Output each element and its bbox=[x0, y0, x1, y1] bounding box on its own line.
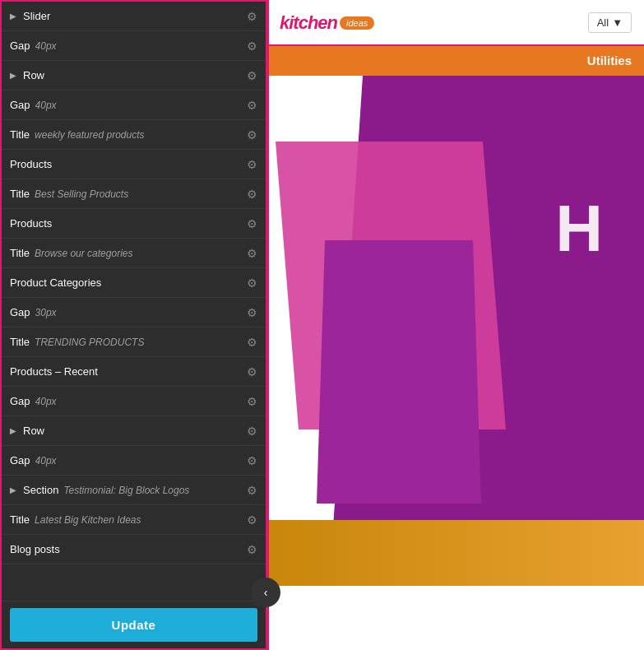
gear-icon[interactable]: ⚙ bbox=[247, 247, 257, 260]
gear-icon[interactable]: ⚙ bbox=[247, 306, 257, 319]
gear-icon[interactable]: ⚙ bbox=[247, 395, 257, 408]
gear-icon[interactable]: ⚙ bbox=[247, 99, 257, 112]
panel-item-gap1[interactable]: Gap40px⚙ bbox=[2, 31, 266, 61]
item-label-products1: Products bbox=[10, 158, 52, 170]
item-label-blog-posts: Blog posts bbox=[10, 543, 60, 555]
utilities-label: Utilities bbox=[587, 53, 632, 67]
item-label-title3: Title bbox=[10, 247, 30, 259]
item-sublabel-title4: TRENDING PRODUCTS bbox=[35, 337, 144, 348]
shape-purple-mid bbox=[317, 240, 481, 504]
panel-item-blog-posts[interactable]: Blog posts⚙ bbox=[2, 535, 266, 564]
item-sublabel-gap2: 40px bbox=[35, 100, 57, 111]
gear-icon[interactable]: ⚙ bbox=[247, 513, 257, 527]
item-label-gap5: Gap bbox=[10, 454, 30, 467]
chevron-down-icon: ▼ bbox=[612, 16, 623, 29]
panel-item-section1[interactable]: ▶SectionTestimonial: Big Block Logos⚙ bbox=[2, 476, 266, 505]
panel-item-products1[interactable]: Products⚙ bbox=[2, 150, 266, 179]
panel-item-row2[interactable]: ▶Row⚙ bbox=[2, 416, 266, 446]
utilities-bar: Utilities bbox=[267, 45, 644, 76]
expand-arrow-icon: ▶ bbox=[10, 485, 16, 494]
pink-horizontal-line bbox=[267, 44, 644, 46]
item-label-row1: Row bbox=[23, 69, 44, 81]
panel-item-title5[interactable]: TitleLatest Big Kitchen Ideas⚙ bbox=[2, 505, 266, 535]
expand-arrow-icon: ▶ bbox=[10, 12, 16, 21]
update-btn-area: Update bbox=[2, 601, 266, 648]
expand-arrow-icon: ▶ bbox=[10, 71, 16, 80]
item-label-products-recent: Products – Recent bbox=[10, 365, 98, 378]
update-button[interactable]: Update bbox=[10, 608, 257, 642]
gear-icon[interactable]: ⚙ bbox=[247, 336, 257, 349]
panel-item-row1[interactable]: ▶Row⚙ bbox=[2, 61, 266, 91]
panel-item-title4[interactable]: TitleTRENDING PRODUCTS⚙ bbox=[2, 327, 266, 357]
white-letter-h: H bbox=[555, 191, 603, 267]
panel-item-gap4[interactable]: Gap40px⚙ bbox=[2, 387, 266, 416]
panel-item-slider[interactable]: ▶Slider⚙ bbox=[2, 2, 266, 31]
panel-item-gap3[interactable]: Gap30px⚙ bbox=[2, 298, 266, 327]
panel-item-products-recent[interactable]: Products – Recent⚙ bbox=[2, 357, 266, 387]
gear-icon[interactable]: ⚙ bbox=[247, 484, 257, 497]
gear-icon[interactable]: ⚙ bbox=[247, 69, 257, 82]
gear-icon[interactable]: ⚙ bbox=[247, 365, 257, 378]
pink-vertical-line bbox=[267, 0, 269, 650]
right-panel-preview: kitchen ideas All ▼ Utilities H bbox=[267, 0, 644, 650]
item-sublabel-title3: Browse our categories bbox=[35, 248, 132, 259]
preview-header: kitchen ideas All ▼ bbox=[267, 0, 644, 45]
gear-icon[interactable]: ⚙ bbox=[247, 39, 257, 53]
gear-icon[interactable]: ⚙ bbox=[247, 276, 257, 290]
logo-badge: ideas bbox=[340, 16, 374, 30]
all-dropdown[interactable]: All ▼ bbox=[588, 12, 632, 33]
item-sublabel-section1: Testimonial: Big Block Logos bbox=[63, 485, 189, 496]
panel-item-gap5[interactable]: Gap40px⚙ bbox=[2, 446, 266, 476]
item-label-gap1: Gap bbox=[10, 39, 30, 52]
gear-icon[interactable]: ⚙ bbox=[247, 10, 257, 23]
collapse-panel-button[interactable]: ‹ bbox=[251, 578, 280, 607]
item-label-row2: Row bbox=[23, 425, 44, 437]
item-label-title2: Title bbox=[10, 188, 30, 200]
item-label-title4: Title bbox=[10, 336, 30, 348]
gear-icon[interactable]: ⚙ bbox=[247, 217, 257, 230]
item-label-title5: Title bbox=[10, 513, 30, 526]
item-label-slider: Slider bbox=[23, 10, 50, 22]
panel-item-product-categories[interactable]: Product Categories⚙ bbox=[2, 268, 266, 298]
panel-item-title3[interactable]: TitleBrowse our categories⚙ bbox=[2, 239, 266, 268]
item-sublabel-gap1: 40px bbox=[35, 40, 57, 52]
panel-item-title1[interactable]: Titleweekly featured products⚙ bbox=[2, 120, 266, 150]
gear-icon[interactable]: ⚙ bbox=[247, 158, 257, 171]
item-label-title1: Title bbox=[10, 128, 30, 141]
logo-area: kitchen ideas bbox=[280, 12, 374, 34]
bottom-strip bbox=[267, 520, 644, 586]
gear-icon[interactable]: ⚙ bbox=[247, 188, 257, 201]
item-label-gap2: Gap bbox=[10, 99, 30, 111]
expand-arrow-icon: ▶ bbox=[10, 426, 16, 435]
panel-item-products2[interactable]: Products⚙ bbox=[2, 209, 266, 239]
panel-item-title2[interactable]: TitleBest Selling Products⚙ bbox=[2, 179, 266, 209]
item-label-gap3: Gap bbox=[10, 306, 30, 318]
panel-item-gap2[interactable]: Gap40px⚙ bbox=[2, 91, 266, 120]
left-panel: ▶Slider⚙Gap40px⚙▶Row⚙Gap40px⚙Titleweekly… bbox=[0, 0, 267, 650]
item-label-products2: Products bbox=[10, 217, 52, 230]
gear-icon[interactable]: ⚙ bbox=[247, 425, 257, 438]
all-dropdown-label: All bbox=[597, 16, 609, 29]
item-label-product-categories: Product Categories bbox=[10, 276, 101, 289]
item-sublabel-title5: Latest Big Kitchen Ideas bbox=[35, 514, 141, 526]
item-sublabel-title1: weekly featured products bbox=[35, 129, 144, 141]
item-sublabel-gap5: 40px bbox=[35, 455, 57, 467]
item-sublabel-title2: Best Selling Products bbox=[35, 188, 128, 200]
item-sublabel-gap4: 40px bbox=[35, 396, 57, 407]
header-right: All ▼ bbox=[588, 12, 632, 33]
gear-icon[interactable]: ⚙ bbox=[247, 128, 257, 142]
item-label-gap4: Gap bbox=[10, 395, 30, 407]
panel-items-list: ▶Slider⚙Gap40px⚙▶Row⚙Gap40px⚙Titleweekly… bbox=[2, 2, 266, 601]
gear-icon[interactable]: ⚙ bbox=[247, 454, 257, 467]
item-sublabel-gap3: 30px bbox=[35, 307, 57, 318]
item-label-section1: Section bbox=[23, 484, 58, 496]
shapes-area: H bbox=[267, 76, 644, 586]
gear-icon[interactable]: ⚙ bbox=[247, 543, 257, 556]
logo-text: kitchen bbox=[280, 12, 337, 34]
